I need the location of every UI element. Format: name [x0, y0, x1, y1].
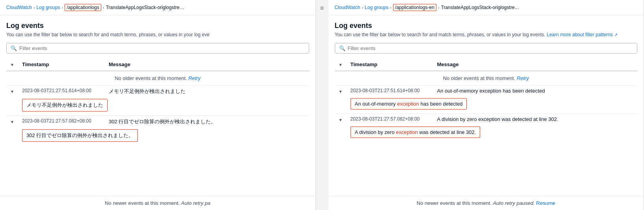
right-row1-expanded-box: An out-of-memory exception has been dete… [351, 98, 467, 110]
right-table-header: ▼ Timestamp Message [335, 58, 638, 71]
left-no-newer-text: No newer events at this moment. [105, 200, 180, 206]
right-retry-link[interactable]: Retry [517, 75, 529, 81]
right-row1-after: has been detected [419, 101, 463, 107]
left-panel: CloudWatch › Log groups › /applicationlo… [0, 0, 316, 210]
left-row2-expanded-box: 302 行目でゼロ除算の例外が検出されました。 [22, 129, 138, 142]
right-bc-loggroups[interactable]: Log groups [365, 5, 388, 10]
right-search-icon: 🔍 [339, 45, 345, 51]
right-learn-more-link[interactable]: Learn more about filter patterns [547, 32, 612, 37]
left-row2-timestamp: 2023-08-03T21:27:57.082+08:00 [18, 115, 105, 128]
right-no-older-text: No older events at this moment. [443, 75, 516, 81]
right-resume-link[interactable]: Resume [536, 200, 555, 206]
right-bc-current[interactable]: /applicationlogs-en [393, 4, 436, 11]
left-bc-loggroups[interactable]: Log groups [37, 5, 60, 10]
right-row1-exception-word: exception [397, 101, 419, 107]
left-table-header: ▼ Timestamp Message [6, 58, 309, 71]
right-row2-after: was detected at line 302. [418, 129, 476, 135]
right-content: Log events You can use the filter bar be… [328, 15, 644, 196]
left-bc-cloudwatch[interactable]: CloudWatch [6, 5, 32, 10]
right-log-title: Log events [335, 22, 638, 30]
right-log-table: ▼ Timestamp Message No older events at t… [335, 58, 638, 142]
left-col-message: Message [105, 58, 309, 71]
left-row1-expand-icon[interactable]: ▼ [10, 89, 14, 94]
left-no-older-text: No older events at this moment. [115, 75, 187, 81]
left-table-row[interactable]: ▼ 2023-08-03T21:27:57.082+08:00 302 行目でゼ… [6, 115, 309, 128]
left-filter-input[interactable] [19, 45, 305, 51]
panel-divider: ≡ [316, 0, 328, 210]
left-table-row[interactable]: ▼ 2023-08-03T21:27:51.614+08:00 メモリ不足例外が… [6, 85, 309, 97]
right-row2-expanded-box: A division by zero exception was detecte… [351, 126, 481, 138]
right-expand-icon: ▼ [339, 63, 343, 67]
right-bc-cloudwatch[interactable]: CloudWatch [335, 5, 360, 10]
left-row2-expand-icon[interactable]: ▼ [10, 120, 14, 124]
right-table-row[interactable]: ▼ 2023-08-03T21:27:51.614+08:00 An out-o… [335, 85, 638, 97]
left-bc-sep3: › [103, 5, 104, 10]
left-retry-link[interactable]: Retry [188, 75, 200, 81]
right-row1-expand-icon[interactable]: ▼ [339, 89, 343, 94]
right-bc-sep3: › [438, 5, 440, 10]
left-row1-message: メモリ不足例外が検出されました [105, 85, 309, 97]
divider-icon: ≡ [320, 5, 324, 12]
right-row2-before: A division by zero [355, 129, 396, 135]
left-filter-bar: 🔍 [6, 43, 309, 54]
right-log-events-header: Log events You can use the filter bar be… [335, 22, 638, 38]
right-no-older-row: No older events at this moment. Retry [335, 71, 638, 85]
left-search-icon: 🔍 [11, 45, 17, 51]
right-no-newer-text: No newer events at this moment. [417, 200, 492, 206]
right-row2-exception-word: exception [396, 129, 418, 135]
right-auto-retry-text: Auto retry paused. [493, 200, 535, 206]
right-col-expand: ▼ [335, 58, 347, 71]
right-row2-expanded: A division by zero exception was detecte… [335, 125, 638, 142]
left-row1-expanded-box: メモリ不足例外が検出されました [22, 99, 108, 112]
left-log-events-header: Log events You can use the filter bar be… [6, 22, 309, 38]
right-col-message: Message [433, 58, 638, 71]
left-no-older-row: No older events at this moment. Retry [6, 71, 309, 85]
right-row1-timestamp: 2023-08-03T21:27:51.614+08:00 [347, 85, 433, 97]
right-col-timestamp[interactable]: Timestamp [347, 58, 433, 71]
left-row2-expanded: 302 行目でゼロ除算の例外が検出されました。 [6, 128, 309, 146]
right-log-desc: You can use the filter bar below to sear… [335, 32, 638, 38]
right-row2-timestamp: 2023-08-03T21:27:57.082+08:00 [347, 113, 433, 125]
right-row1-before: An out-of-memory [355, 101, 397, 107]
right-bottom-status: No newer events at this moment. Auto ret… [328, 196, 644, 210]
left-content: Log events You can use the filter bar be… [0, 15, 316, 196]
right-filter-input[interactable] [348, 45, 633, 51]
left-bc-current[interactable]: /applicationlogs [65, 4, 101, 11]
right-filter-bar: 🔍 [335, 43, 638, 54]
left-bc-sep1: › [33, 5, 35, 10]
left-row2-message: 302 行目でゼロ除算の例外が検出されました。 [105, 115, 309, 128]
right-external-link-icon: ↗ [614, 32, 618, 37]
left-row1-timestamp: 2023-08-03T21:27:51.614+08:00 [18, 85, 105, 97]
right-bc-sep1: › [362, 5, 363, 10]
left-expand-icon: ▼ [10, 63, 14, 67]
left-row1-expanded: メモリ不足例外が検出されました [6, 97, 309, 116]
right-row2-message: A division by zero exception was detecte… [433, 113, 638, 125]
left-log-title: Log events [6, 22, 309, 30]
left-col-timestamp[interactable]: Timestamp [18, 58, 105, 71]
right-row2-expand-icon[interactable]: ▼ [339, 118, 343, 122]
left-bc-sep2: › [62, 5, 63, 10]
right-row1-expanded: An out-of-memory exception has been dete… [335, 97, 638, 114]
right-row1-message: An out-of-memory exception has been dete… [433, 85, 638, 97]
left-breadcrumb: CloudWatch › Log groups › /applicationlo… [0, 0, 316, 15]
left-bottom-status: No newer events at this moment. Auto ret… [0, 196, 316, 210]
right-bc-sep2: › [390, 5, 392, 10]
left-col-expand: ▼ [6, 58, 18, 71]
right-bc-trail: TranslateAppLogsStack-origlogstream5685B… [441, 5, 520, 10]
left-bc-trail: TranslateAppLogsStack-origlogstream56... [106, 5, 185, 10]
left-log-table: ▼ Timestamp Message No older events at t… [6, 58, 309, 146]
left-auto-retry-text: Auto retry pa [181, 200, 210, 206]
right-panel: CloudWatch › Log groups › /applicationlo… [328, 0, 644, 210]
left-log-desc: You can use the filter bar below to sear… [6, 32, 309, 38]
right-breadcrumb: CloudWatch › Log groups › /applicationlo… [328, 0, 644, 15]
right-table-row[interactable]: ▼ 2023-08-03T21:27:57.082+08:00 A divisi… [335, 113, 638, 125]
